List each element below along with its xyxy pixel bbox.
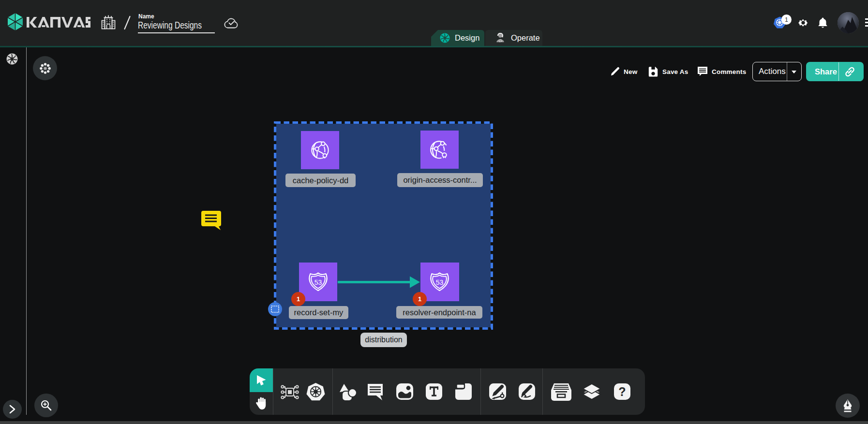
svg-text:53: 53 [436, 278, 444, 286]
svg-text:1: 1 [785, 16, 788, 23]
svg-text:53: 53 [314, 278, 322, 286]
svg-text:?: ? [618, 385, 626, 398]
svg-text:Reviewing Designs: Reviewing Designs [138, 20, 202, 30]
